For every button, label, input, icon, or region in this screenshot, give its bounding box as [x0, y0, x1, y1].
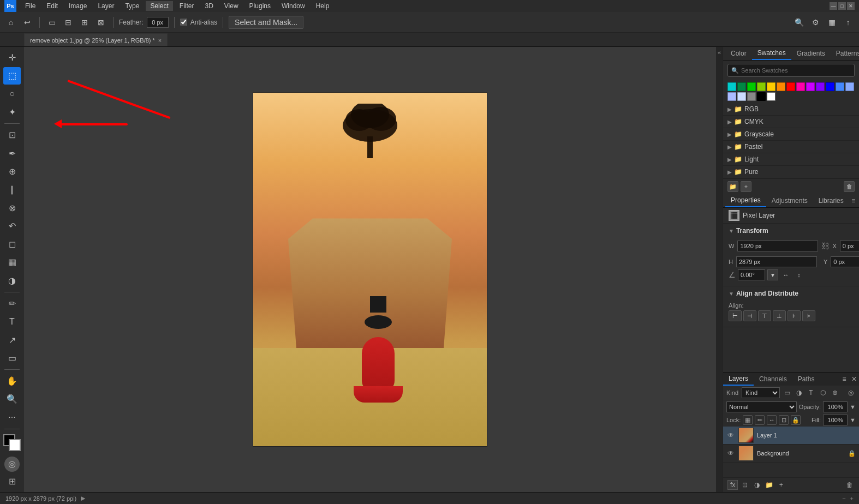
menu-image[interactable]: Image [64, 1, 91, 11]
align-bottom-edges[interactable]: ⊧ [802, 310, 815, 321]
swatch-group-light-header[interactable]: ▶ 📁 Light [723, 153, 859, 165]
menu-3d[interactable]: 3D [200, 1, 217, 11]
w-input[interactable] [737, 241, 818, 251]
swatch-green2[interactable] [747, 82, 756, 91]
home-button[interactable]: ⌂ [4, 16, 17, 29]
lock-position-button[interactable]: ✏ [755, 415, 765, 425]
menu-filter[interactable]: Filter [175, 1, 199, 11]
filter-shape-button[interactable]: ⬡ [818, 388, 828, 398]
search-button[interactable]: 🔍 [792, 16, 806, 29]
layers-close-button[interactable]: ✕ [849, 374, 859, 384]
swatch-red[interactable] [786, 82, 795, 91]
fill-input[interactable] [823, 415, 848, 425]
create-layer-button[interactable]: + [776, 480, 786, 490]
layers-tab-channels[interactable]: Channels [754, 373, 792, 385]
layers-tab-paths[interactable]: Paths [792, 373, 820, 385]
align-header[interactable]: ▼ Align and Distribute [729, 290, 854, 297]
text-tool[interactable]: T [3, 313, 21, 330]
lasso-tool[interactable]: ○ [3, 86, 21, 103]
filter-pixel-button[interactable]: ▭ [782, 388, 792, 398]
swatch-black[interactable] [757, 92, 766, 101]
view-button[interactable]: ▦ [825, 16, 838, 29]
intersect-button[interactable]: ⊞ [78, 16, 91, 29]
status-arrow[interactable]: ▶ [81, 495, 85, 502]
swatch-blue5[interactable] [737, 92, 746, 101]
background-visibility[interactable]: 👁 [726, 449, 735, 458]
anti-alias-checkbox[interactable] [180, 19, 187, 26]
zoom-tool[interactable]: 🔍 [3, 391, 21, 407]
filter-toggle[interactable]: ◎ [846, 388, 856, 398]
canvas-image[interactable] [253, 92, 487, 447]
menu-edit[interactable]: Edit [42, 1, 62, 11]
fill-arrow[interactable]: ▼ [850, 417, 856, 423]
hand-tool[interactable]: ✋ [3, 373, 21, 389]
blend-mode-select[interactable]: Normal [726, 401, 797, 412]
maximize-button[interactable]: □ [838, 2, 846, 10]
layer-item-1[interactable]: 👁 Layer 1 [723, 427, 859, 445]
chain-icon[interactable]: ⛓ [821, 238, 829, 254]
select-mask-button[interactable]: Select and Mask... [229, 16, 303, 29]
tab-gradients[interactable]: Gradients [791, 47, 831, 59]
history-tool[interactable]: ↶ [3, 218, 21, 235]
align-v-center[interactable]: ⊦ [788, 310, 801, 321]
tab-color[interactable]: Color [725, 47, 752, 59]
swatch-yellow[interactable] [767, 82, 776, 91]
zoom-in-button[interactable]: + [850, 495, 854, 502]
opacity-arrow[interactable]: ▼ [850, 404, 856, 410]
menu-window[interactable]: Window [277, 1, 309, 11]
align-left-edges[interactable]: ⊢ [729, 310, 742, 321]
filter-text-button[interactable]: T [806, 388, 816, 398]
tab-adjustments[interactable]: Adjustments [766, 195, 813, 207]
tab-libraries[interactable]: Libraries [813, 195, 849, 207]
align-top-edges[interactable]: ⊥ [773, 310, 786, 321]
swatch-gray1[interactable] [747, 92, 756, 101]
swatch-white[interactable] [767, 92, 776, 101]
document-tab[interactable]: remove object 1.jpg @ 25% (Layer 1, RGB/… [24, 33, 168, 46]
dodge-tool[interactable]: ◑ [3, 272, 21, 289]
swatch-blue4[interactable] [727, 92, 736, 101]
feather-input[interactable] [147, 17, 169, 28]
path-select-tool[interactable]: ↗ [3, 331, 21, 348]
swatch-purple1[interactable] [806, 82, 815, 91]
angle-dropdown[interactable]: ▼ [767, 269, 778, 280]
menu-view[interactable]: View [220, 1, 243, 11]
y-input[interactable] [831, 256, 859, 267]
kind-select[interactable]: Kind [742, 387, 780, 398]
quick-mask-tool[interactable]: ◎ [4, 457, 20, 471]
swatch-group-rgb-header[interactable]: ▶ 📁 RGB [723, 103, 859, 115]
screen-mode[interactable]: ⊞ [3, 473, 21, 490]
fx-button[interactable]: fx [727, 480, 738, 490]
add-adjustment-button[interactable]: ◑ [752, 480, 762, 490]
tab-swatches[interactable]: Swatches [752, 47, 791, 60]
swatches-search-input[interactable] [741, 67, 851, 74]
swatch-teal[interactable] [727, 82, 736, 91]
gradient-tool[interactable]: ▦ [3, 254, 21, 271]
crop-tool[interactable]: ⊡ [3, 127, 21, 143]
rect-select-button[interactable]: ▭ [45, 16, 58, 29]
new-folder-button[interactable]: 📁 [727, 181, 738, 192]
opacity-input[interactable] [823, 401, 848, 412]
menu-select[interactable]: Select [146, 1, 172, 11]
flip-h-button[interactable]: ↔ [780, 269, 791, 280]
pen-tool[interactable]: ✏ [3, 295, 21, 312]
swatch-blue2[interactable] [836, 82, 844, 91]
lock-transform-button[interactable]: ⊡ [779, 415, 789, 425]
layers-menu-button[interactable]: ≡ [839, 374, 849, 384]
brush-tool[interactable]: ∥ [3, 181, 21, 198]
settings-button[interactable]: ⚙ [809, 16, 822, 29]
lock-artboard-button[interactable]: ↔ [767, 415, 777, 425]
swatch-group-pastel-header[interactable]: ▶ 📁 Pastel [723, 141, 859, 153]
more-tools[interactable]: ··· [3, 409, 21, 426]
minimize-button[interactable]: — [830, 2, 837, 10]
exclude-button[interactable]: ⊠ [94, 16, 108, 29]
lock-pixels-button[interactable]: ▦ [743, 415, 753, 425]
delete-swatch-button[interactable]: 🗑 [844, 181, 855, 192]
swatch-yellow-green[interactable] [757, 82, 766, 91]
background-color[interactable] [9, 439, 21, 451]
filter-smartobject-button[interactable]: ⊕ [830, 388, 840, 398]
delete-layer-button[interactable]: 🗑 [845, 480, 855, 490]
layer-1-visibility[interactable]: 👁 [726, 431, 735, 440]
h-input[interactable] [736, 256, 817, 267]
swatch-green1[interactable] [737, 82, 746, 91]
angle-input[interactable] [738, 269, 765, 280]
